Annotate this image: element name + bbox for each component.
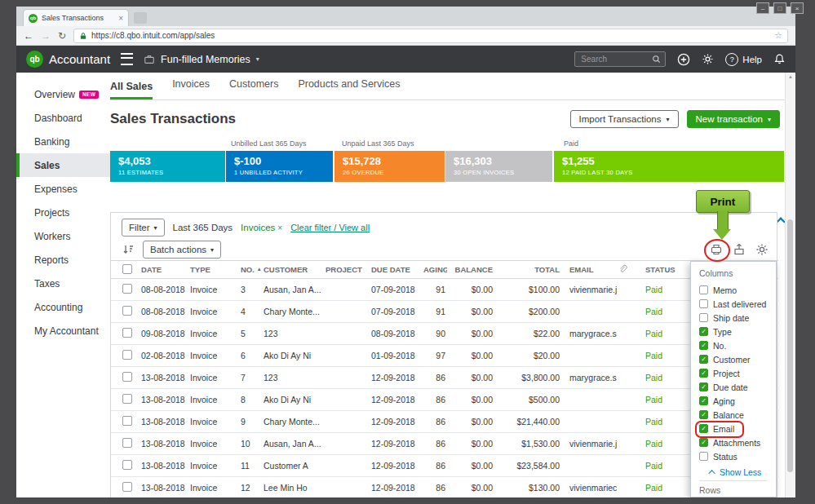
sidebar-item-banking[interactable]: Banking <box>16 130 110 153</box>
col-header-type[interactable]: TYPE <box>189 261 240 279</box>
remove-chip-icon[interactable]: × <box>277 223 282 232</box>
select-all-checkbox[interactable] <box>122 264 132 274</box>
column-toggle-due-date[interactable]: ✓ Due date <box>699 380 776 394</box>
help-button[interactable]: ? Help <box>725 53 762 66</box>
column-toggle-ship-date[interactable]: Ship date <box>699 311 776 325</box>
collapse-chevron-icon[interactable] <box>777 217 784 224</box>
column-checkbox[interactable]: ✓ <box>699 438 708 447</box>
column-checkbox[interactable] <box>699 452 708 461</box>
sidebar-item-overview[interactable]: Overview NEW <box>16 82 110 106</box>
global-search[interactable] <box>574 51 666 67</box>
notifications-bell-icon[interactable] <box>773 53 786 65</box>
column-checkbox[interactable] <box>699 285 708 294</box>
filter-chip-invoices[interactable]: Invoices× <box>241 223 282 232</box>
scroll-up-icon[interactable]: ▲ <box>786 74 795 79</box>
column-checkbox[interactable]: ✓ <box>699 382 708 391</box>
column-checkbox[interactable]: ✓ <box>699 341 708 350</box>
money-card-11-estimates[interactable]: $4,053 11 ESTIMATES <box>110 151 225 182</box>
back-icon[interactable]: ← <box>24 31 33 41</box>
table-row[interactable]: 08-08-2018 Invoice 4 Chary Monte... 07-0… <box>111 301 778 323</box>
column-toggle-type[interactable]: ✓ Type <box>699 325 776 338</box>
col-header-balance[interactable]: BALANCE <box>447 261 494 279</box>
batch-actions-button[interactable]: Batch actions▾ <box>143 241 221 259</box>
column-toggle-project[interactable]: ✓ Project <box>699 366 776 380</box>
row-checkbox[interactable] <box>122 306 132 316</box>
table-row[interactable]: 13-08-2018 Invoice 11 Customer A 12-09-2… <box>111 455 778 477</box>
column-toggle-balance[interactable]: ✓ Balance <box>699 408 776 422</box>
column-toggle-email[interactable]: ✓ Email <box>699 422 776 435</box>
new-tab-button[interactable] <box>134 12 147 24</box>
table-row[interactable]: 08-08-2018 Invoice 3 Ausan, Jan A... 07-… <box>111 279 778 301</box>
sidebar-item-taxes[interactable]: Taxes <box>16 272 110 295</box>
sidebar-item-dashboard[interactable]: Dashboard <box>16 106 110 130</box>
company-switcher[interactable]: Fun-filled Memories ▾ <box>144 54 259 65</box>
row-checkbox[interactable] <box>122 416 132 426</box>
tab-close-icon[interactable]: × <box>118 14 123 23</box>
tab-all-sales[interactable]: All Sales <box>110 81 153 99</box>
col-header-aging[interactable]: AGING <box>423 261 447 279</box>
restore-icon[interactable]: □ <box>773 2 786 14</box>
column-toggle-memo[interactable]: Memo <box>699 283 776 297</box>
column-checkbox[interactable]: ✓ <box>699 410 708 419</box>
show-less-link[interactable]: Show Less <box>711 467 776 477</box>
sidebar-item-sales[interactable]: Sales <box>16 153 110 177</box>
bookmark-star-icon[interactable]: ☆ <box>774 30 782 41</box>
filter-button[interactable]: Filter▾ <box>122 219 165 237</box>
money-card-26-overdue[interactable]: $15,728 26 OVERDUE <box>334 151 445 182</box>
col-header-date[interactable]: DATE <box>140 261 189 279</box>
table-row[interactable]: 02-08-2018 Invoice 6 Ako Di Ay Ni 01-09-… <box>111 345 778 367</box>
gear-icon[interactable] <box>702 53 714 65</box>
scrollbar-thumb[interactable] <box>787 219 793 472</box>
table-row[interactable]: 09-08-2018 Invoice 5 123 08-09-2018 90 $… <box>111 323 778 345</box>
column-toggle-aging[interactable]: ✓ Aging <box>699 394 776 408</box>
column-checkbox[interactable] <box>699 313 708 322</box>
sidebar-item-workers[interactable]: Workers <box>16 224 110 248</box>
create-plus-icon[interactable] <box>677 53 690 66</box>
sidebar-item-expenses[interactable]: Expenses <box>16 177 110 201</box>
tab-products-and-services[interactable]: Products and Services <box>298 78 400 99</box>
clear-filter-link[interactable]: Clear filter / View all <box>290 223 370 232</box>
sidebar-item-reports[interactable]: Reports <box>16 248 110 272</box>
row-checkbox[interactable] <box>122 482 132 492</box>
vertical-scrollbar[interactable]: ▲ <box>785 73 795 497</box>
col-header-total[interactable]: TOTAL <box>494 261 561 279</box>
column-toggle-no[interactable]: ✓ No. <box>699 338 776 352</box>
column-checkbox[interactable]: ✓ <box>699 396 708 405</box>
tab-invoices[interactable]: Invoices <box>172 78 210 99</box>
print-icon[interactable] <box>710 243 723 256</box>
row-checkbox[interactable] <box>122 438 132 448</box>
import-transactions-button[interactable]: Import Transactions▾ <box>570 110 679 128</box>
table-row[interactable]: 13-08-2018 Invoice 8 Ako Di Ay Ni 12-09-… <box>111 389 778 411</box>
column-checkbox[interactable]: ✓ <box>699 369 708 378</box>
col-header-attachments[interactable] <box>617 261 633 279</box>
table-row[interactable]: 13-08-2018 Invoice 7 123 12-09-2018 86 $… <box>111 367 778 389</box>
money-card-12-paid-last-30-days[interactable]: $1,255 12 PAID LAST 30 DAYS <box>554 151 784 182</box>
money-card-30-open-invoices[interactable]: $16,303 30 OPEN INVOICES <box>445 151 552 182</box>
row-checkbox[interactable] <box>122 284 132 294</box>
col-header-no[interactable]: NO. ▲ <box>240 261 263 279</box>
col-header-customer[interactable]: CUSTOMER <box>263 261 325 279</box>
column-checkbox[interactable] <box>699 299 708 308</box>
hamburger-icon[interactable] <box>121 53 133 65</box>
table-row[interactable]: 13-08-2018 Invoice 9 Chary Monte... 12-0… <box>111 411 778 433</box>
row-checkbox[interactable] <box>122 394 132 404</box>
column-toggle-last-delivered[interactable]: Last delivered <box>699 297 776 311</box>
url-field[interactable]: https://c8.qbo.intuit.com/app/sales ☆ <box>73 29 788 43</box>
table-settings-gear-icon[interactable] <box>755 243 768 256</box>
table-row[interactable]: 13-08-2018 Invoice 10 Ausan, Jan A... 12… <box>111 433 778 455</box>
money-card-1-unbilled-activity[interactable]: $-100 1 UNBILLED ACTIVITY <box>226 151 333 182</box>
tab-customers[interactable]: Customers <box>229 78 278 99</box>
browser-tab[interactable]: qb Sales Transactions × <box>23 9 129 26</box>
col-header-email[interactable]: EMAIL <box>561 261 617 279</box>
table-row[interactable]: 13-08-2018 Invoice 12 Lee Min Ho 12-09-2… <box>111 477 778 498</box>
reload-icon[interactable]: ↻ <box>58 31 66 41</box>
column-toggle-customer[interactable]: ✓ Customer <box>699 352 776 366</box>
row-checkbox[interactable] <box>122 350 132 360</box>
column-toggle-attachments[interactable]: ✓ Attachments <box>699 435 776 449</box>
new-transaction-button[interactable]: New transaction▾ <box>687 110 780 128</box>
sidebar-item-my-accountant[interactable]: My Accountant <box>16 319 110 343</box>
export-icon[interactable] <box>733 243 746 256</box>
sort-icon[interactable] <box>122 243 135 256</box>
sidebar-item-projects[interactable]: Projects <box>16 201 110 224</box>
row-checkbox[interactable] <box>122 372 132 382</box>
